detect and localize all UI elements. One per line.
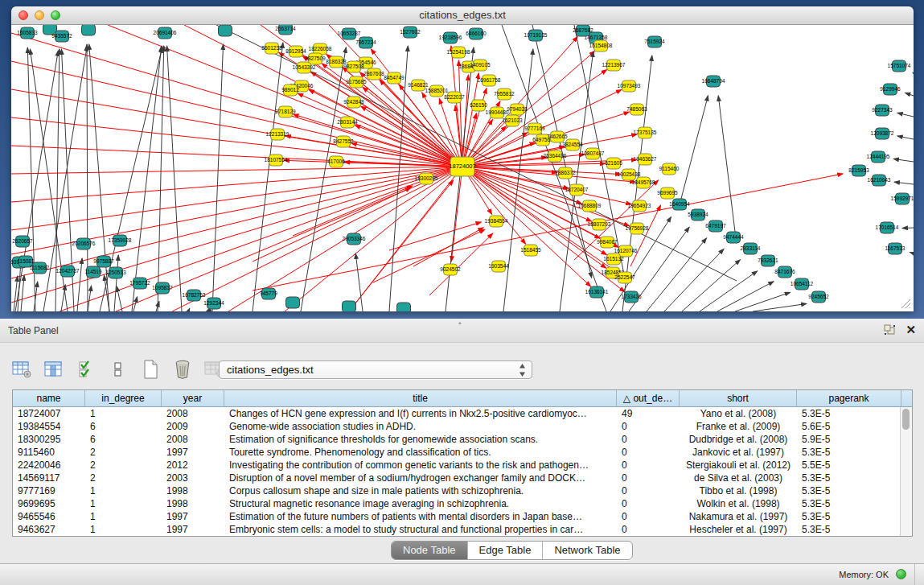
graph-node[interactable] bbox=[397, 303, 411, 311]
graph-node[interactable]: 1095817 bbox=[152, 282, 173, 294]
graph-node[interactable]: 7955812 bbox=[494, 89, 515, 100]
graph-node[interactable]: 1903544 bbox=[488, 261, 509, 272]
column-header-in_degree[interactable]: in_degree bbox=[85, 390, 162, 406]
table-row[interactable]: 946554611997Estimation of the future num… bbox=[13, 510, 912, 523]
memory-ok-indicator[interactable] bbox=[896, 569, 906, 579]
graph-node[interactable]: 2933114 bbox=[741, 243, 761, 254]
graph-node[interactable]: 3824554 bbox=[562, 139, 583, 150]
table-row[interactable]: 1938455462009Genome-wide association stu… bbox=[13, 420, 912, 433]
graph-node[interactable]: 1621023 bbox=[502, 115, 523, 126]
graph-node[interactable]: 9435572 bbox=[51, 31, 72, 42]
graph-node[interactable]: 8471676 bbox=[774, 266, 795, 278]
graph-node[interactable]: 8427552 bbox=[333, 136, 354, 147]
graph-node[interactable]: 20206576 bbox=[72, 238, 96, 249]
graph-node[interactable]: 19463627 bbox=[634, 154, 657, 165]
graph-node[interactable]: 12093872 bbox=[871, 128, 894, 139]
table-options-icon[interactable] bbox=[11, 359, 32, 380]
graph-node[interactable]: 7515924 bbox=[644, 36, 665, 47]
column-header-year[interactable]: year bbox=[162, 390, 224, 406]
graph-node[interactable]: 9984067 bbox=[597, 237, 618, 248]
graph-node[interactable]: 2663714 bbox=[275, 25, 296, 35]
graph-node[interactable]: 10719135 bbox=[524, 30, 548, 41]
graph-node-hub[interactable]: 18724007 bbox=[449, 157, 475, 176]
delete-icon[interactable] bbox=[172, 359, 193, 380]
graph-node[interactable]: 10688809 bbox=[578, 200, 602, 212]
column-header-short[interactable]: short bbox=[680, 390, 797, 406]
graph-node[interactable]: 9175685 bbox=[346, 76, 367, 88]
graph-node[interactable]: 1518455 bbox=[520, 245, 541, 256]
graph-node[interactable]: 621605 bbox=[605, 158, 622, 169]
graph-node[interactable]: 16154808 bbox=[589, 40, 613, 51]
new-file-icon[interactable] bbox=[140, 359, 161, 380]
column-visibility-icon[interactable] bbox=[43, 359, 64, 380]
tab-edge-table[interactable]: Edge Table bbox=[468, 542, 544, 559]
graph-node[interactable]: 9115460 bbox=[659, 163, 680, 175]
graph-node[interactable] bbox=[82, 25, 96, 35]
graph-node[interactable] bbox=[219, 25, 232, 36]
graph-node[interactable]: 9975887 bbox=[93, 256, 114, 267]
graph-node[interactable]: 15751074 bbox=[888, 60, 911, 72]
column-header-out_de[interactable]: △ out_de… bbox=[617, 390, 680, 406]
graph-node[interactable]: 9024502 bbox=[440, 264, 461, 275]
table-row[interactable]: 946362711997Embryonic stem cells: a mode… bbox=[13, 523, 912, 536]
graph-node[interactable]: 989012 bbox=[281, 84, 299, 96]
graph-node[interactable]: 17016514 bbox=[876, 222, 899, 233]
graph-node[interactable]: 1615132 bbox=[603, 253, 624, 265]
graph-node[interactable]: 26364436 bbox=[544, 150, 567, 162]
graph-node[interactable]: 2522547 bbox=[614, 272, 635, 283]
column-header-title[interactable]: title bbox=[224, 390, 617, 406]
graph-node[interactable] bbox=[286, 297, 300, 308]
graph-node[interactable]: 20053346 bbox=[343, 233, 366, 245]
graph-node[interactable]: 7957224 bbox=[355, 37, 376, 48]
graph-node[interactable]: 2867608 bbox=[363, 68, 384, 80]
vertical-scrollbar[interactable] bbox=[900, 407, 912, 536]
scrollbar-thumb[interactable] bbox=[902, 409, 910, 430]
graph-node[interactable]: 20691406 bbox=[154, 27, 177, 39]
graph-node[interactable]: 1327602 bbox=[400, 27, 421, 38]
graph-node[interactable]: 8222037 bbox=[444, 92, 465, 103]
graph-node[interactable] bbox=[343, 301, 356, 311]
graph-node[interactable]: 19384554 bbox=[485, 216, 508, 227]
graph-node[interactable]: 16648794 bbox=[702, 76, 725, 87]
graph-node[interactable]: 9227343 bbox=[872, 105, 893, 116]
select-attributes-icon[interactable] bbox=[76, 359, 97, 380]
splitter-handle-icon[interactable]: ▴ bbox=[458, 319, 462, 326]
graph-node[interactable]: 12213319 bbox=[266, 129, 290, 140]
graph-node[interactable]: 1795722 bbox=[129, 278, 150, 289]
graph-node[interactable]: 13254198 bbox=[447, 47, 470, 58]
graph-node[interactable]: 19904480 bbox=[486, 107, 509, 118]
graph-node[interactable]: 12444195 bbox=[867, 151, 890, 163]
graph-node[interactable]: 7485063 bbox=[626, 104, 647, 115]
graph-node[interactable]: 8454749 bbox=[384, 72, 405, 84]
graph-node[interactable]: 12213967 bbox=[602, 60, 626, 71]
graph-node[interactable]: 7886372 bbox=[555, 167, 576, 179]
graph-node[interactable]: 417006 bbox=[327, 156, 345, 167]
table-selector-combobox[interactable]: citations_edges.txt bbox=[219, 360, 532, 379]
graph-node[interactable]: 7932621 bbox=[758, 255, 778, 266]
column-header-pagerank[interactable]: pagerank bbox=[797, 390, 901, 406]
graph-node[interactable]: 12042737 bbox=[56, 266, 80, 277]
graph-node[interactable]: 1640954 bbox=[669, 199, 690, 210]
table-row[interactable]: 1456911722003Disruption of a novel membe… bbox=[13, 472, 912, 484]
table-row[interactable]: 1830029562008Estimation of significance … bbox=[13, 433, 912, 446]
tab-network-table[interactable]: Network Table bbox=[543, 542, 631, 559]
table-row[interactable]: 1872400712008Changes of HCN gene express… bbox=[13, 407, 912, 420]
graph-node[interactable]: 945779 bbox=[260, 288, 277, 299]
window-titlebar[interactable]: citations_edges.txt bbox=[11, 6, 914, 25]
float-panel-icon[interactable] bbox=[884, 324, 896, 336]
graph-node[interactable]: 16136141 bbox=[585, 286, 609, 298]
table-row[interactable]: 2242004622012Investigating the contribut… bbox=[13, 459, 912, 472]
graph-node[interactable]: 8601238 bbox=[261, 43, 282, 54]
graph-node[interactable]: 114519 bbox=[84, 266, 102, 278]
graph-node[interactable]: 17359928 bbox=[109, 235, 132, 246]
close-panel-icon[interactable]: ✕ bbox=[906, 323, 916, 336]
tab-node-table[interactable]: Node Table bbox=[392, 542, 468, 559]
graph-node[interactable]: 2718129 bbox=[275, 106, 296, 117]
graph-node[interactable]: 9129946 bbox=[880, 84, 901, 95]
graph-node[interactable]: 18107554 bbox=[265, 154, 288, 166]
graph-node[interactable]: 9474444 bbox=[723, 232, 744, 243]
graph-node[interactable]: 19654923 bbox=[628, 200, 651, 212]
graph-node[interactable]: 8215953 bbox=[848, 165, 869, 176]
graph-node[interactable]: 9699695 bbox=[657, 187, 678, 199]
graph-node[interactable]: 1167533 bbox=[885, 243, 906, 254]
